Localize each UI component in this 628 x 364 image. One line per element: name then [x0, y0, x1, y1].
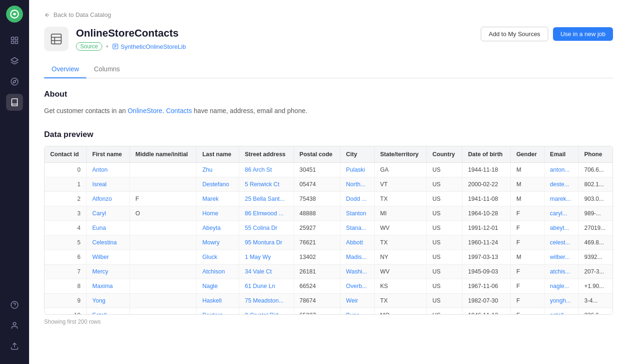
separator: • — [106, 43, 108, 50]
table-row: 2AlfonzoFMarek25 Bella Sant...75438Dodd … — [45, 192, 613, 206]
header-meta: Source • SyntheticOnlineStoreLib — [76, 42, 186, 51]
back-link-text: Back to Data Catalog — [53, 11, 111, 18]
col-first-name: First name — [86, 146, 129, 163]
svg-rect-13 — [52, 34, 61, 44]
library-link[interactable]: SyntheticOnlineStoreLib — [112, 43, 186, 50]
col-contact-id: Contact id — [45, 146, 86, 163]
about-description: Get customer contacts in an OnlineStore.… — [44, 106, 613, 116]
sidebar-item-user[interactable] — [6, 317, 23, 334]
col-dob: Date of birth — [462, 146, 511, 163]
sidebar-logo[interactable] — [6, 6, 23, 23]
data-table: Contact id First name Middle name/initia… — [45, 146, 613, 315]
add-to-sources-button[interactable]: Add to My Sources — [481, 27, 548, 41]
use-in-job-button[interactable]: Use in a new job — [553, 27, 613, 41]
col-middle-name: Middle name/initial — [129, 146, 197, 163]
col-country: Country — [427, 146, 462, 163]
table-row: 8MaximaNagle61 Dune Ln66524Overb...KSUS1… — [45, 279, 613, 294]
svg-rect-3 — [11, 41, 14, 44]
svg-rect-2 — [15, 37, 18, 39]
header-info: OnlineStoreContacts Source • SyntheticOn — [76, 27, 186, 51]
svg-rect-1 — [11, 37, 14, 39]
col-city: City — [340, 146, 374, 163]
table-row: 10EstellBorders9 Crystal Rid...65237Bunc… — [45, 308, 613, 315]
data-table-wrapper[interactable]: Contact id First name Middle name/initia… — [44, 146, 613, 315]
sidebar-item-compass[interactable] — [6, 73, 23, 90]
source-icon — [44, 27, 68, 51]
back-link[interactable]: Back to Data Catalog — [44, 11, 613, 18]
table-header-row: Contact id First name Middle name/initia… — [45, 146, 613, 163]
sidebar-item-layers[interactable] — [6, 53, 23, 69]
table-row: 5CelestinaMowry95 Montura Dr76621AbbottT… — [45, 235, 613, 250]
about-section: About Get customer contacts in an Online… — [44, 90, 613, 116]
table-row: 3CarylOHorne86 Elmwood ...48888StantonMI… — [45, 206, 613, 221]
table-row: 4EunaAbeyta55 Colina Dr25927Stana...WVUS… — [45, 221, 613, 235]
svg-rect-4 — [15, 41, 18, 44]
svg-marker-7 — [13, 80, 16, 83]
sidebar-item-book[interactable] — [6, 94, 23, 111]
page-title: OnlineStoreContacts — [76, 27, 186, 39]
library-name: SyntheticOnlineStoreLib — [121, 43, 186, 50]
table-row: 1IsrealDestefano5 Renwick Ct05474North..… — [45, 177, 613, 192]
table-row: 6WilberGluck1 May Wy13402Madis...NYUS199… — [45, 250, 613, 265]
col-gender: Gender — [510, 146, 544, 163]
col-last-name: Last name — [197, 146, 239, 163]
table-row: 9YongHaskell75 Meadston...78674WeirTXUS1… — [45, 294, 613, 308]
table-body: 0AntonZhu86 Arch St30451PulaskiGAUS1944-… — [45, 163, 613, 315]
svg-point-6 — [11, 78, 18, 85]
tab-bar: Overview Columns — [44, 61, 613, 78]
col-postal: Postal code — [294, 146, 340, 163]
svg-marker-5 — [11, 58, 18, 62]
back-arrow-icon — [44, 12, 51, 18]
about-title: About — [44, 90, 613, 99]
source-badge: Source — [76, 42, 102, 51]
table-row: 7MercyAtchison34 Vale Ct26181Washi...WVU… — [45, 265, 613, 279]
lib-icon — [112, 43, 119, 50]
sidebar-item-help[interactable] — [6, 296, 23, 313]
sidebar-item-export[interactable] — [6, 338, 23, 355]
page-header: OnlineStoreContacts Source • SyntheticOn — [44, 27, 613, 51]
data-preview-section: Data preview Contact id First name Middl… — [44, 130, 613, 325]
col-phone: Phone — [578, 146, 613, 163]
col-street: Street address — [239, 146, 294, 163]
tab-columns[interactable]: Columns — [86, 61, 127, 78]
table-footer: Showing first 200 rows — [44, 318, 613, 325]
tab-overview[interactable]: Overview — [44, 61, 86, 78]
svg-point-10 — [13, 322, 16, 325]
sidebar — [0, 0, 29, 364]
col-state: State/territory — [374, 146, 427, 163]
header-left: OnlineStoreContacts Source • SyntheticOn — [44, 27, 186, 51]
col-email: Email — [544, 146, 578, 163]
main-content: Back to Data Catalog OnlineStoreContacts… — [29, 0, 628, 364]
table-row: 0AntonZhu86 Arch St30451PulaskiGAUS1944-… — [45, 163, 613, 177]
data-preview-title: Data preview — [44, 130, 613, 139]
sidebar-item-grid[interactable] — [6, 32, 23, 49]
header-actions: Add to My Sources Use in a new job — [481, 27, 613, 41]
